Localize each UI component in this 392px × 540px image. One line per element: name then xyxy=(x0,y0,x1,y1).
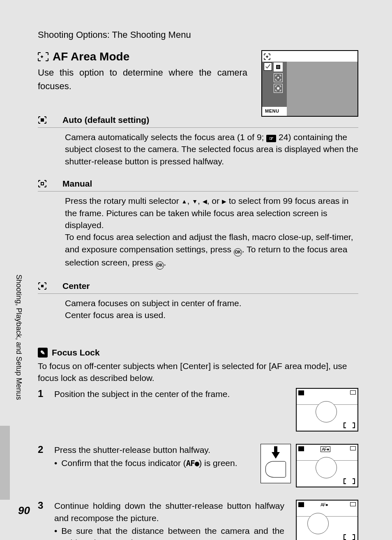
up-arrow-icon: ▲ xyxy=(182,198,187,206)
menu-option-auto-icon xyxy=(274,62,283,72)
step-2: 2 Press the shutter-release button halfw… xyxy=(38,444,358,492)
svg-rect-2 xyxy=(277,87,279,89)
focus-lock-heading: ✎ Focus Lock xyxy=(38,348,358,358)
def-center: Center Camera focuses on subject in cent… xyxy=(38,279,358,327)
step-1-text: Position the subject in the center of th… xyxy=(54,389,230,399)
step-3: 3 Continue holding down the shutter-rele… xyxy=(38,500,358,540)
def-auto-title: Auto (default setting) xyxy=(62,115,149,125)
manual-icon xyxy=(38,180,47,188)
step-1: 1 Position the subject in the center of … xyxy=(38,388,358,436)
lcd-thumbnail-3: AF● xyxy=(296,500,358,540)
memory-icon xyxy=(350,502,356,506)
memory-icon xyxy=(350,390,356,395)
svg-rect-5 xyxy=(41,285,44,287)
left-arrow-icon: ◀ xyxy=(203,198,207,206)
section-side-label: Shooting, Playback, and Setup Menus xyxy=(12,275,25,422)
camera-menu-screenshot: MENU xyxy=(261,50,358,117)
menu-label: MENU xyxy=(264,108,280,113)
af-indicator-icon: AF● xyxy=(186,459,199,468)
menu-option-manual-icon xyxy=(274,73,283,82)
camera-mode-icon xyxy=(298,502,304,507)
def-center-body: Camera focuses on subject in center of f… xyxy=(38,294,358,327)
step-3-bullet: Be sure that the distance between the ca… xyxy=(54,525,284,540)
step-number: 3 xyxy=(38,500,47,540)
af-area-icon xyxy=(38,52,48,61)
af-area-menu-icon xyxy=(264,53,270,60)
af-status-icon: AF● xyxy=(321,502,328,507)
def-manual: Manual Press the rotary multi selector ▲… xyxy=(38,177,358,275)
step-2-text: Press the shutter-release button halfway… xyxy=(54,445,210,455)
svg-rect-1 xyxy=(277,77,279,78)
ok-button-icon: OK xyxy=(156,261,164,270)
note-icon: ✎ xyxy=(38,348,48,358)
down-arrow-icon: ▼ xyxy=(192,198,198,206)
step-2-bullet: Confirm that the focus indicator (AF●) i… xyxy=(54,457,251,469)
step-number: 2 xyxy=(38,444,47,492)
menu-option-center-icon xyxy=(274,84,283,93)
page-number: 90 xyxy=(18,504,30,517)
auto-icon xyxy=(38,116,47,124)
intro-text: Use this option to determine where the c… xyxy=(38,66,247,93)
svg-rect-4 xyxy=(41,182,44,185)
checkmark-icon xyxy=(264,62,272,71)
memory-icon xyxy=(350,446,356,450)
focus-lock-intro: To focus on off-center subjects when [Ce… xyxy=(38,360,358,384)
right-arrow-icon: ▶ xyxy=(222,198,226,206)
def-manual-title: Manual xyxy=(62,179,92,189)
lcd-thumbnail-2: AF● xyxy=(296,444,358,487)
half-press-illustration xyxy=(261,444,291,483)
svg-rect-0 xyxy=(277,65,280,69)
page-title-text: AF Area Mode xyxy=(53,50,129,63)
camera-mode-icon xyxy=(298,446,304,451)
side-index-tab xyxy=(0,426,10,500)
page-ref-icon: ☞ xyxy=(266,135,276,142)
focus-lock-title: Focus Lock xyxy=(52,348,100,358)
step-number: 1 xyxy=(38,388,47,436)
breadcrumb: Shooting Options: The Shooting Menu xyxy=(38,30,191,40)
step-3-text: Continue holding down the shutter-releas… xyxy=(54,501,284,522)
af-status-icon: AF● xyxy=(321,446,330,452)
camera-mode-icon xyxy=(298,390,304,395)
def-manual-body: Press the rotary multi selector ▲, ▼, ◀,… xyxy=(38,192,358,275)
def-center-title: Center xyxy=(62,281,90,291)
ok-button-icon: OK xyxy=(234,248,242,256)
svg-rect-3 xyxy=(41,118,44,122)
def-auto-body: Camera automatically selects the focus a… xyxy=(38,128,358,173)
center-icon xyxy=(38,282,47,290)
def-auto: Auto (default setting) Camera automatica… xyxy=(38,113,358,173)
lcd-thumbnail-1 xyxy=(296,388,358,432)
